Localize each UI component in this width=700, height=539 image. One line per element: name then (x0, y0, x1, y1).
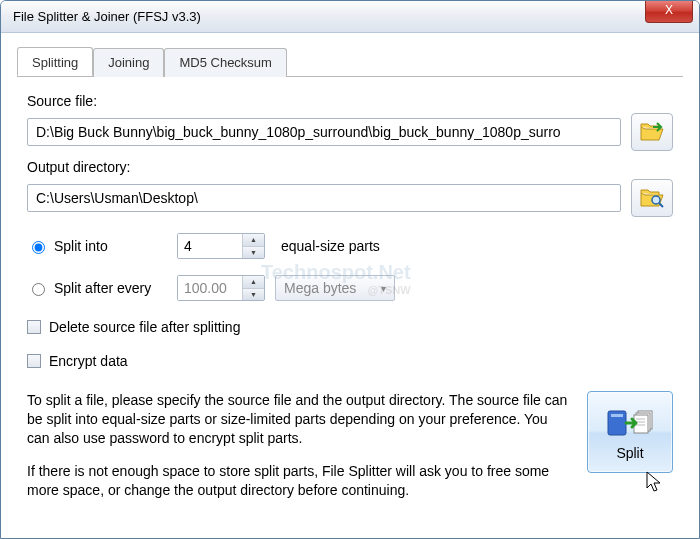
split-after-unit-select[interactable]: Mega bytes (275, 275, 395, 301)
output-dir-label: Output directory: (27, 159, 673, 175)
split-after-radio[interactable]: Split after every (27, 280, 167, 296)
svg-rect-3 (611, 414, 623, 417)
split-button-label: Split (616, 445, 643, 461)
split-into-spinner[interactable]: ▲ ▼ (177, 233, 265, 259)
folder-search-icon (639, 187, 665, 209)
delete-source-checkbox[interactable] (27, 320, 41, 334)
help-paragraph-2: If there is not enough space to store sp… (27, 462, 571, 500)
browse-output-button[interactable] (631, 179, 673, 217)
split-into-suffix: equal-size parts (281, 238, 380, 254)
split-after-radio-input[interactable] (32, 283, 45, 296)
folder-open-icon (639, 121, 665, 143)
svg-line-1 (659, 203, 663, 207)
split-after-spinner[interactable]: ▲ ▼ (177, 275, 265, 301)
tab-splitting[interactable]: Splitting (17, 47, 93, 76)
help-text: To split a file, please specify the sour… (27, 391, 571, 513)
app-window: File Splitter & Joiner (FFSJ v3.3) X Spl… (0, 0, 700, 539)
source-file-input[interactable] (27, 118, 621, 146)
splitting-panel: Source file: Output directory: (17, 77, 683, 523)
split-after-value[interactable] (178, 276, 242, 300)
titlebar: File Splitter & Joiner (FFSJ v3.3) X (1, 1, 699, 33)
output-dir-input[interactable] (27, 184, 621, 212)
browse-source-button[interactable] (631, 113, 673, 151)
spinner-up-icon[interactable]: ▲ (243, 234, 264, 247)
tab-bar: Splitting Joining MD5 Checksum (17, 47, 683, 77)
svg-point-0 (652, 196, 660, 204)
split-into-value[interactable] (178, 234, 242, 258)
split-after-unit-value: Mega bytes (284, 280, 356, 296)
help-paragraph-1: To split a file, please specify the sour… (27, 391, 571, 448)
split-button[interactable]: Split (587, 391, 673, 473)
window-title: File Splitter & Joiner (FFSJ v3.3) (13, 9, 201, 24)
source-file-label: Source file: (27, 93, 673, 109)
tab-joining[interactable]: Joining (93, 48, 164, 77)
spinner-down-icon[interactable]: ▼ (243, 247, 264, 259)
encrypt-label: Encrypt data (49, 353, 128, 369)
split-into-label: Split into (54, 238, 108, 254)
split-after-label: Split after every (54, 280, 151, 296)
close-button[interactable]: X (645, 1, 693, 23)
split-into-radio[interactable]: Split into (27, 238, 167, 254)
content-area: Splitting Joining MD5 Checksum Source fi… (1, 33, 699, 533)
delete-source-label: Delete source file after splitting (49, 319, 240, 335)
split-into-radio-input[interactable] (32, 241, 45, 254)
spinner-down-icon[interactable]: ▼ (243, 289, 264, 301)
tab-md5[interactable]: MD5 Checksum (164, 48, 286, 77)
spinner-up-icon[interactable]: ▲ (243, 276, 264, 289)
encrypt-checkbox[interactable] (27, 354, 41, 368)
split-icon (606, 403, 654, 441)
